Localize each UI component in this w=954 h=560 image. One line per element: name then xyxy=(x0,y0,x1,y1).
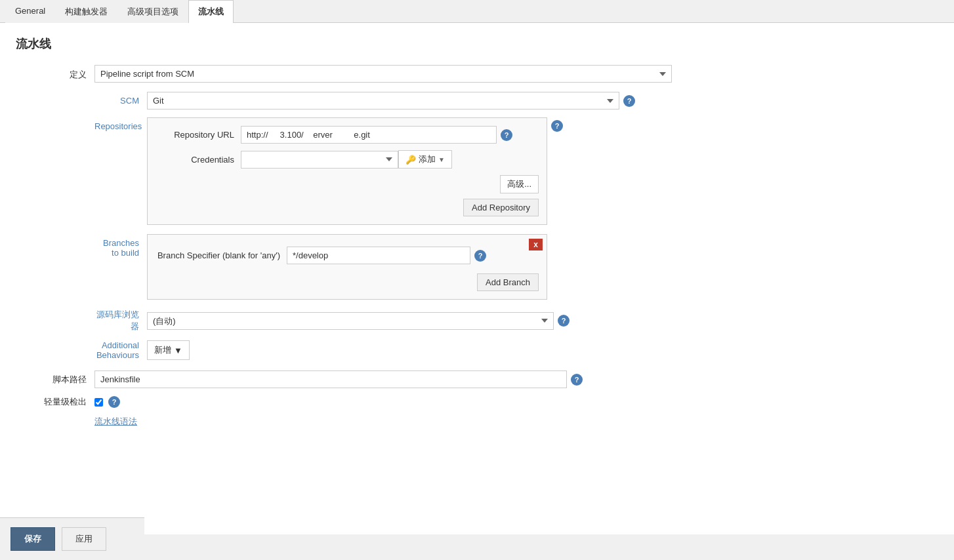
tab-build-trigger[interactable]: 构建触发器 xyxy=(55,0,117,23)
branch-specifier-label: Branch Specifier (blank for 'any') xyxy=(156,250,287,260)
repository-url-label: Repository URL xyxy=(156,130,241,140)
add-new-behaviour-button[interactable]: 新增 ▼ xyxy=(147,340,190,360)
additional-behaviours-label: Additional Behaviours xyxy=(94,340,147,360)
scm-help-icon[interactable]: ? xyxy=(623,95,635,107)
tab-general[interactable]: General xyxy=(5,0,55,23)
main-content: 流水线 定义 Pipeline script from SCMPipeline … xyxy=(0,23,954,534)
source-browser-label: 源码库浏览器 xyxy=(94,309,147,332)
branch-specifier-help-icon[interactable]: ? xyxy=(474,250,486,262)
source-browser-select[interactable]: (自动) xyxy=(147,312,554,330)
repositories-box: Repository URL ? Credentials 🔑 添加 xyxy=(147,117,547,225)
add-credentials-dropdown-arrow: ▼ xyxy=(438,156,445,163)
definition-select[interactable]: Pipeline script from SCMPipeline script xyxy=(94,65,672,83)
branches-section: Branches to build x Branch Specifier (bl… xyxy=(16,234,938,300)
advanced-button[interactable]: 高级... xyxy=(500,175,539,193)
repository-url-input[interactable] xyxy=(241,126,497,144)
add-new-label: 新增 xyxy=(154,344,171,356)
tab-advanced-options[interactable]: 高级项目选项 xyxy=(117,0,188,23)
script-path-label: 脚本路径 xyxy=(16,374,94,386)
repository-url-row: Repository URL ? xyxy=(156,126,539,144)
key-icon: 🔑 xyxy=(405,155,416,165)
add-branch-button[interactable]: Add Branch xyxy=(477,273,539,291)
script-path-row: 脚本路径 ? xyxy=(16,370,938,388)
credentials-row: Credentials 🔑 添加 ▼ xyxy=(156,150,539,169)
credentials-select[interactable] xyxy=(241,151,398,169)
add-repository-button[interactable]: Add Repository xyxy=(463,199,539,216)
additional-behaviours-row: Additional Behaviours 新增 ▼ xyxy=(16,340,938,360)
script-path-input[interactable] xyxy=(94,370,567,388)
add-credentials-label: 添加 xyxy=(419,153,436,165)
script-path-help-icon[interactable]: ? xyxy=(571,374,583,386)
scm-select[interactable]: GitNone xyxy=(147,92,619,110)
repositories-label: Repositories xyxy=(94,117,147,131)
definition-row: 定义 Pipeline script from SCMPipeline scri… xyxy=(16,65,938,83)
branches-label: Branches to build xyxy=(94,234,147,258)
lightweight-label: 轻量级检出 xyxy=(16,396,94,408)
lightweight-checkbox[interactable] xyxy=(94,398,103,407)
bottom-actions: 保存 应用 xyxy=(0,517,144,534)
add-credentials-button[interactable]: 🔑 添加 ▼ xyxy=(398,150,452,169)
definition-control: Pipeline script from SCMPipeline script xyxy=(94,65,938,83)
credentials-label: Credentials xyxy=(156,155,241,165)
add-new-dropdown-arrow: ▼ xyxy=(174,346,182,355)
tab-bar: General 构建触发器 高级项目选项 流水线 xyxy=(0,0,954,23)
repo-url-help-icon[interactable]: ? xyxy=(501,129,512,141)
branch-specifier-row: Branch Specifier (blank for 'any') ? xyxy=(156,247,539,264)
save-button[interactable]: 保存 xyxy=(10,527,55,534)
pipeline-syntax-section: 流水线语法 xyxy=(16,416,938,428)
remove-branch-button[interactable]: x xyxy=(529,239,543,250)
page-title: 流水线 xyxy=(16,36,938,52)
scm-label: SCM xyxy=(94,96,147,106)
tab-pipeline[interactable]: 流水线 xyxy=(188,0,234,23)
branch-specifier-input[interactable] xyxy=(287,247,470,264)
apply-button[interactable]: 应用 xyxy=(62,527,106,534)
branches-box-container: x Branch Specifier (blank for 'any') ? A… xyxy=(147,234,547,300)
source-browser-row: 源码库浏览器 (自动) ? xyxy=(16,309,938,332)
repositories-section: Repositories Repository URL ? Credential… xyxy=(16,117,938,225)
lightweight-help-icon[interactable]: ? xyxy=(108,396,120,408)
lightweight-checkout-row: 轻量级检出 ? xyxy=(16,396,938,408)
definition-label: 定义 xyxy=(16,65,94,81)
source-browser-help-icon[interactable]: ? xyxy=(558,315,570,327)
repositories-help-icon[interactable]: ? xyxy=(551,120,563,132)
pipeline-syntax-link[interactable]: 流水线语法 xyxy=(94,416,137,426)
scm-row: SCM GitNone ? xyxy=(16,92,938,110)
